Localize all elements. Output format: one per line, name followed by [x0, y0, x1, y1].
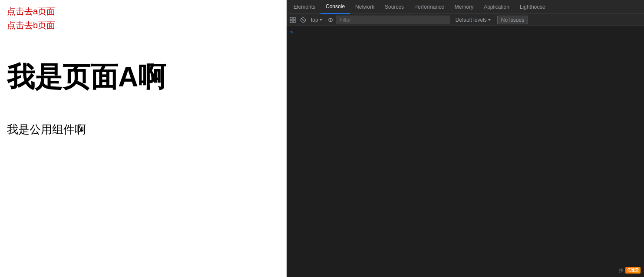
- page-title: 我是页面A啊: [7, 58, 280, 96]
- svg-marker-9: [488, 19, 491, 21]
- svg-marker-6: [320, 19, 322, 21]
- run-icon[interactable]: [288, 16, 297, 24]
- devtools-panel: Elements Console Network Sources Perform…: [287, 0, 644, 277]
- watermark: 推 亿速云: [619, 267, 641, 274]
- no-issues-label: No Issues: [501, 17, 524, 23]
- eye-icon[interactable]: [326, 16, 335, 24]
- svg-point-8: [330, 19, 331, 20]
- nav-links: 点击去a页面 点击去b页面: [7, 4, 280, 32]
- tab-network[interactable]: Network: [350, 0, 380, 14]
- console-prompt-line: >: [287, 28, 644, 36]
- component-text: 我是公用组件啊: [7, 122, 280, 137]
- default-levels-button[interactable]: Default levels: [453, 16, 494, 24]
- tab-elements[interactable]: Elements: [288, 0, 320, 14]
- devtools-toolbar: top Default levels No Issues: [287, 14, 644, 26]
- tab-sources[interactable]: Sources: [380, 0, 409, 14]
- svg-rect-1: [293, 17, 295, 20]
- tab-memory[interactable]: Memory: [449, 0, 479, 14]
- tab-performance[interactable]: Performance: [409, 0, 449, 14]
- svg-line-5: [301, 18, 305, 22]
- default-levels-label: Default levels: [456, 17, 487, 23]
- watermark-brand: 亿速云: [625, 267, 641, 274]
- web-page-panel: 点击去a页面 点击去b页面 我是页面A啊 我是公用组件啊: [0, 0, 287, 277]
- filter-input[interactable]: [337, 16, 449, 24]
- console-prompt-arrow: >: [290, 29, 294, 35]
- console-output: > 推 亿速云: [287, 26, 644, 277]
- watermark-text: 推: [619, 267, 624, 274]
- nav-link-a[interactable]: 点击去a页面: [7, 4, 280, 18]
- tab-console[interactable]: Console: [320, 0, 350, 14]
- no-issues-button[interactable]: No Issues: [497, 16, 528, 24]
- nav-link-b[interactable]: 点击去b页面: [7, 18, 280, 32]
- svg-rect-2: [290, 20, 292, 23]
- tab-lighthouse[interactable]: Lighthouse: [515, 0, 551, 14]
- svg-rect-3: [293, 20, 295, 23]
- devtools-tab-bar: Elements Console Network Sources Perform…: [287, 0, 644, 14]
- context-selector[interactable]: top: [309, 16, 324, 24]
- svg-rect-0: [290, 17, 292, 20]
- top-label: top: [311, 17, 318, 23]
- tab-application[interactable]: Application: [479, 0, 515, 14]
- block-icon[interactable]: [299, 16, 307, 24]
